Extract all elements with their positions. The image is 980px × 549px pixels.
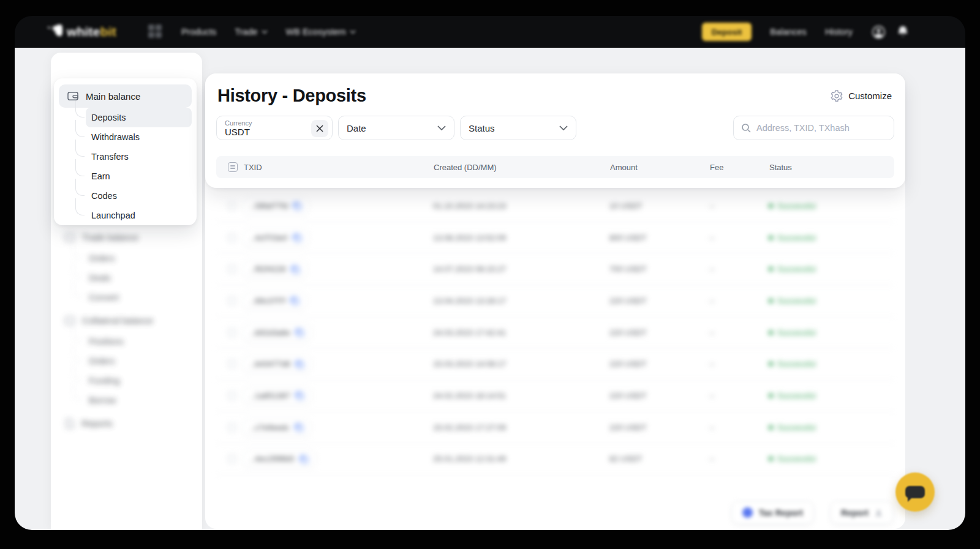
col-txid: TXID (244, 163, 434, 172)
row-checkbox[interactable] (227, 233, 236, 242)
sidebar-item-reports[interactable]: Reports (59, 413, 197, 435)
copy-icon[interactable] (290, 296, 299, 305)
search-box[interactable] (733, 116, 894, 140)
row-checkbox[interactable] (227, 328, 236, 337)
amount-cell: 800 USDT (609, 233, 709, 242)
table-header: TXID Created (DD/MM) Amount Fee Status (216, 156, 894, 178)
copy-icon[interactable] (300, 455, 308, 463)
table-row[interactable]: ..c7e9eedc 15.02.2023 17:27:09 220 USDT … (216, 412, 894, 444)
document-icon (65, 419, 74, 428)
search-icon (741, 123, 751, 133)
txid-cell[interactable]: ..4ec2996b5 (243, 450, 315, 468)
txid-cell[interactable]: ..b43477d8 (243, 355, 311, 373)
currency-filter-label: Currency (225, 119, 305, 127)
copy-icon[interactable] (295, 423, 303, 431)
table-body: ..08faf77fd 01.10.2023 14:23:23 10 USDT … (216, 190, 894, 475)
sidebar-item-convert[interactable]: Convert (83, 288, 197, 307)
table-row[interactable]: ..69c37f7f 13.04.2023 13:28:17 220 USDT … (216, 285, 894, 317)
fee-cell: -- (709, 264, 769, 274)
row-checkbox[interactable] (227, 201, 236, 211)
table-row[interactable]: ..4cf703e0 13.08.2023 13:52:09 800 USDT … (216, 222, 894, 254)
nav-right: Deposit Balances History (702, 23, 910, 41)
whitebit-logo[interactable]: whitebit (45, 23, 116, 41)
txid-text: ..b43477d8 (251, 359, 290, 368)
txid-cell[interactable]: ..4cf703e0 (243, 229, 309, 247)
row-checkbox[interactable] (227, 423, 236, 432)
nav-products[interactable]: Products (181, 27, 216, 37)
status-cell: Successful (769, 233, 894, 242)
history-header-card: History - Deposits Customize Currency US… (205, 73, 905, 188)
txid-cell[interactable]: ..08faf77fd (243, 197, 309, 215)
sidebar-item-orders-2[interactable]: Orders (83, 351, 197, 371)
nav-history[interactable]: History (825, 27, 853, 37)
row-checkbox[interactable] (227, 264, 236, 274)
nav-balances[interactable]: Balances (770, 27, 807, 37)
search-input[interactable] (756, 123, 886, 133)
chat-widget-button[interactable] (895, 472, 935, 512)
deposit-button[interactable]: Deposit (702, 23, 752, 41)
tax-report-label: Tax Report (759, 508, 803, 518)
table-row[interactable]: ..f92f4228 14.07.2023 08:15:27 700 USDT … (216, 253, 894, 285)
txid-cell[interactable]: ..c7e9eedc (243, 419, 311, 436)
page-title: History - Deposits (217, 86, 366, 106)
txid-cell[interactable]: ..f92f4228 (243, 260, 307, 278)
copy-icon[interactable] (295, 328, 304, 337)
sidebar-item-earn[interactable]: Earn (86, 166, 192, 186)
clear-currency-button[interactable] (311, 120, 328, 137)
sidebar-item-label: Borrow (89, 395, 116, 405)
table-footer-actions: Tax Report Report (732, 501, 893, 524)
user-icon[interactable] (871, 24, 886, 39)
tax-report-button[interactable]: Tax Report (732, 501, 813, 524)
txid-cell[interactable]: ..1a851387 (243, 387, 311, 405)
table-row[interactable]: ..08faf77fd 01.10.2023 14:23:23 10 USDT … (216, 190, 894, 222)
table-row[interactable]: ..b43477d8 15.03.2023 14:08:17 220 USDT … (216, 348, 894, 380)
sidebar-item-positions[interactable]: Positions (83, 332, 197, 351)
row-checkbox[interactable] (227, 296, 236, 305)
copy-icon[interactable] (295, 391, 304, 400)
table-row[interactable]: ..4ec2996b5 25.01.2023 12:31:49 82 USDT … (216, 444, 894, 476)
status-cell: Successful (769, 201, 894, 211)
notifications-bell-icon[interactable] (895, 24, 910, 39)
sidebar-item-label: Collateral balance (82, 316, 153, 326)
copy-icon[interactable] (293, 233, 301, 242)
status-dot-icon (769, 394, 773, 398)
sidebar-item-label: Trade balance (82, 233, 138, 242)
copy-icon[interactable] (295, 360, 304, 368)
sidebar-item-funding[interactable]: Funding (83, 371, 197, 390)
customize-button[interactable]: Customize (831, 90, 892, 102)
sidebar-item-borrow[interactable]: Borrow (83, 390, 197, 410)
status-cell: Successful (769, 391, 894, 400)
date-filter-label: Date (347, 123, 366, 133)
sidebar-item-launchpad[interactable]: Launchpad (86, 206, 192, 225)
sidebar-item-deals[interactable]: Deals (83, 268, 197, 288)
sidebar-item-orders[interactable]: Orders (83, 248, 197, 268)
report-button[interactable]: Report (831, 501, 893, 524)
status-cell: Successful (769, 296, 894, 305)
nav-wb-ecosystem[interactable]: WB Ecosystem (286, 27, 356, 37)
device-frame: whitebit Products Trade WB Ecosystem Dep… (0, 0, 980, 549)
apps-grid-icon[interactable] (148, 24, 163, 39)
date-filter[interactable]: Date (338, 116, 454, 140)
row-checkbox[interactable] (227, 391, 236, 400)
sidebar-item-transfers[interactable]: Transfers (86, 147, 192, 166)
row-checkbox[interactable] (227, 359, 236, 368)
status-badge: Successful (777, 201, 816, 211)
sidebar-item-deposits[interactable]: Deposits (86, 108, 192, 127)
status-badge: Successful (777, 296, 816, 305)
status-badge: Successful (777, 423, 816, 432)
sidebar-item-codes[interactable]: Codes (86, 186, 192, 206)
table-row[interactable]: ..b92d3a8e 24.03.2023 17:42:41 220 USDT … (216, 317, 894, 349)
txid-cell[interactable]: ..b92d3a8e (243, 324, 311, 342)
nav-trade[interactable]: Trade (235, 27, 267, 37)
table-row[interactable]: ..1a851387 24.02.2023 18:14:51 220 USDT … (216, 380, 894, 412)
copy-icon[interactable] (291, 265, 300, 274)
txid-text: ..1a851387 (251, 391, 290, 400)
sidebar-item-withdrawals[interactable]: Withdrawals (86, 127, 192, 147)
select-rows-icon[interactable] (228, 162, 238, 172)
row-checkbox[interactable] (227, 454, 236, 463)
currency-filter[interactable]: Currency USDT (216, 116, 333, 140)
copy-icon[interactable] (293, 201, 301, 210)
txid-cell[interactable]: ..69c37f7f (243, 292, 306, 310)
amount-cell: 220 USDT (609, 296, 709, 305)
status-filter[interactable]: Status (460, 116, 576, 140)
